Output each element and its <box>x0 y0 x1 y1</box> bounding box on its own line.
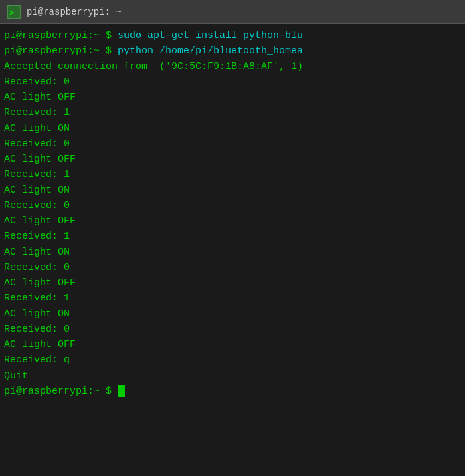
terminal-line: AC light ON <box>4 183 461 198</box>
output-text: AC light ON <box>4 247 70 258</box>
terminal-line: AC light OFF <box>4 152 461 167</box>
terminal-icon: >_ <box>7 5 21 19</box>
output-text: Received: 1 <box>4 107 70 118</box>
terminal-line: AC light ON <box>4 245 461 260</box>
terminal-line: Received: 1 <box>4 105 461 120</box>
terminal-line: Received: 0 <box>4 136 461 152</box>
output-text: Received: 0 <box>4 138 70 150</box>
output-text: Received: 0 <box>4 76 70 88</box>
terminal-body[interactable]: pi@raspberrypi:~ $ sudo apt-get install … <box>0 24 465 476</box>
output-text: AC light ON <box>4 123 70 134</box>
window-title: pi@raspberrypi: ~ <box>27 7 122 17</box>
terminal-line: Accepted connection from ('9C:5C:F9:1B:A… <box>4 59 461 74</box>
command-text: sudo apt-get install python-blu <box>112 30 303 41</box>
terminal-line: Received: 0 <box>4 198 461 213</box>
output-text: Received: 1 <box>4 169 70 180</box>
prompt: pi@raspberrypi:~ $ <box>4 30 112 41</box>
terminal-line: Received: q <box>4 352 461 368</box>
terminal-line: AC light OFF <box>4 337 461 352</box>
terminal-line: Received: 0 <box>4 74 461 90</box>
output-text: AC light OFF <box>4 92 76 103</box>
output-text: AC light OFF <box>4 277 76 289</box>
command-text: python /home/pi/bluetooth_homea <box>112 45 303 57</box>
terminal-line: Received: 1 <box>4 167 461 182</box>
terminal-line: pi@raspberrypi:~ $ python /home/pi/bluet… <box>4 43 461 59</box>
terminal-line: AC light ON <box>4 121 461 136</box>
prompt: pi@raspberrypi:~ $ <box>4 386 118 397</box>
cursor <box>118 385 125 397</box>
terminal-line: Quit <box>4 368 461 384</box>
terminal-line: Received: 0 <box>4 260 461 275</box>
terminal-line: Received: 1 <box>4 229 461 244</box>
output-text: Received: 0 <box>4 324 70 335</box>
terminal-line: AC light OFF <box>4 90 461 105</box>
terminal-line: Received: 1 <box>4 291 461 306</box>
svg-text:>_: >_ <box>9 8 19 17</box>
terminal-line: AC light ON <box>4 306 461 322</box>
terminal-line: Received: 0 <box>4 322 461 337</box>
prompt: pi@raspberrypi:~ $ <box>4 45 112 57</box>
output-text: Received: 1 <box>4 231 70 242</box>
terminal-line: pi@raspberrypi:~ $ <box>4 384 461 399</box>
output-text: Received: q <box>4 354 70 366</box>
terminal-line: AC light OFF <box>4 213 461 229</box>
title-bar: >_ pi@raspberrypi: ~ <box>0 0 465 24</box>
output-text: Received: 0 <box>4 200 70 211</box>
output-text: Received: 0 <box>4 262 70 273</box>
output-text: Accepted connection from ('9C:5C:F9:1B:A… <box>4 61 303 72</box>
terminal-line: pi@raspberrypi:~ $ sudo apt-get install … <box>4 28 461 43</box>
terminal-line: AC light OFF <box>4 275 461 291</box>
output-text: AC light ON <box>4 185 70 196</box>
output-text: AC light OFF <box>4 154 76 165</box>
output-text: Quit <box>4 370 28 382</box>
output-text: AC light OFF <box>4 215 76 227</box>
output-text: Received: 1 <box>4 293 70 304</box>
output-text: AC light OFF <box>4 339 76 350</box>
output-text: AC light ON <box>4 308 70 320</box>
